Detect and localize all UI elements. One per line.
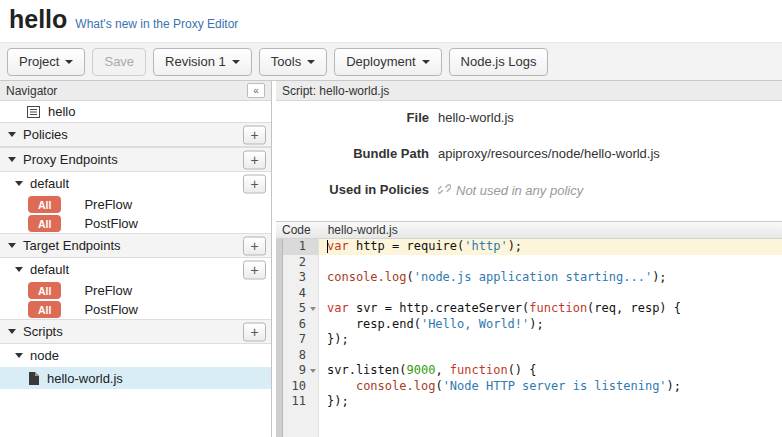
deployment-button-label: Deployment xyxy=(346,54,415,69)
code-line[interactable]: console.log('Node HTTP server is listeni… xyxy=(319,379,782,395)
line-number: 2 xyxy=(283,255,318,271)
add-button[interactable]: + xyxy=(243,322,266,341)
caret-down-icon xyxy=(307,60,315,64)
file-label: File xyxy=(276,110,429,125)
navigator-tree: helloPolicies+Proxy Endpoints+default+Al… xyxy=(0,101,271,389)
code-filename: hello-world.js xyxy=(328,223,398,237)
nav-row-scripts[interactable]: Scripts+ xyxy=(0,319,271,344)
save-button[interactable]: Save xyxy=(92,48,146,76)
script-panel: Script: hello-world.js File hello-world.… xyxy=(276,81,782,437)
project-button[interactable]: Project xyxy=(7,48,85,76)
tree-caret-icon[interactable] xyxy=(8,157,16,162)
text-cursor xyxy=(327,240,328,253)
deployment-button[interactable]: Deployment xyxy=(334,48,441,76)
add-button[interactable]: + xyxy=(243,150,266,169)
caret-down-icon xyxy=(422,60,430,64)
detail-row-file: File hello-world.js xyxy=(276,110,782,125)
nav-row-default[interactable]: default+ xyxy=(0,172,271,195)
file-value: hello-world.js xyxy=(438,110,514,125)
nav-row-preflow[interactable]: AllPreFlow xyxy=(0,281,271,300)
detail-row-used-in-policies: Used in Policies Not used in any policy xyxy=(276,182,782,198)
editor-splitter-handle[interactable] xyxy=(276,239,283,437)
file-icon xyxy=(29,372,39,385)
caret-down-icon xyxy=(232,60,240,64)
page-title: hello xyxy=(9,5,67,34)
nav-row-label: default xyxy=(30,262,69,277)
nav-row-label: Scripts xyxy=(23,324,63,339)
main-area: Navigator « helloPolicies+Proxy Endpoint… xyxy=(0,81,782,437)
line-number: 11 xyxy=(283,394,318,410)
tree-caret-icon[interactable] xyxy=(15,181,23,186)
revision-button-label: Revision 1 xyxy=(165,54,226,69)
fold-toggle-icon[interactable] xyxy=(310,369,316,373)
nav-row-label: hello-world.js xyxy=(47,371,123,386)
nodejs-logs-button[interactable]: Node.js Logs xyxy=(449,48,549,76)
code-tab-label: Code xyxy=(282,223,311,237)
code-line[interactable]: }); xyxy=(319,394,782,410)
revision-button[interactable]: Revision 1 xyxy=(153,48,252,76)
code-header: Code hello-world.js xyxy=(276,221,782,239)
tree-caret-icon[interactable] xyxy=(8,132,16,137)
nav-row-label: PreFlow xyxy=(84,197,132,212)
line-number: 8 xyxy=(283,348,318,364)
nav-row-label: hello xyxy=(48,104,75,119)
nav-row-label: PreFlow xyxy=(84,283,132,298)
line-number: 10 xyxy=(283,379,318,395)
code-line[interactable]: }); xyxy=(319,332,782,348)
nodejs-logs-button-label: Node.js Logs xyxy=(461,54,537,69)
nav-row-policies[interactable]: Policies+ xyxy=(0,122,271,147)
flow-badge: All xyxy=(28,215,61,232)
script-details: File hello-world.js Bundle Path apiproxy… xyxy=(276,101,782,221)
code-editor[interactable]: 1234567891011 var http = require('http')… xyxy=(276,239,782,437)
used-in-policies-value: Not used in any policy xyxy=(438,182,583,198)
code-line[interactable]: svr.listen(9000, function() { xyxy=(319,363,782,379)
list-icon xyxy=(27,106,40,118)
whats-new-link[interactable]: What's new in the Proxy Editor xyxy=(75,17,238,31)
nav-row-preflow[interactable]: AllPreFlow xyxy=(0,195,271,214)
nav-row-proxy-endpoints[interactable]: Proxy Endpoints+ xyxy=(0,147,271,172)
nav-row-postflow[interactable]: AllPostFlow xyxy=(0,300,271,319)
code-line[interactable] xyxy=(319,348,782,364)
nav-row-hello[interactable]: hello xyxy=(0,101,271,122)
nav-row-hello-world-js[interactable]: hello-world.js xyxy=(0,367,271,389)
tools-button-label: Tools xyxy=(271,54,301,69)
nav-row-postflow[interactable]: AllPostFlow xyxy=(0,214,271,233)
nav-row-label: node xyxy=(30,348,59,363)
code-line[interactable] xyxy=(319,286,782,302)
tree-caret-icon[interactable] xyxy=(15,353,23,358)
code-line[interactable]: var svr = http.createServer(function(req… xyxy=(319,301,782,317)
nav-row-label: PostFlow xyxy=(84,216,137,231)
code-line[interactable]: var http = require('http'); xyxy=(319,239,782,255)
line-number: 3 xyxy=(283,270,318,286)
nav-row-label: Target Endpoints xyxy=(23,238,121,253)
add-button[interactable]: + xyxy=(243,260,266,279)
tree-caret-icon[interactable] xyxy=(8,329,16,334)
add-button[interactable]: + xyxy=(243,174,266,193)
add-button[interactable]: + xyxy=(243,125,266,144)
script-panel-title: Script: hello-world.js xyxy=(282,84,389,98)
add-button[interactable]: + xyxy=(243,236,266,255)
used-in-policies-text: Not used in any policy xyxy=(456,183,583,198)
nav-row-node[interactable]: node xyxy=(0,344,271,367)
code-line[interactable]: resp.end('Hello, World!'); xyxy=(319,317,782,333)
bundle-path-label: Bundle Path xyxy=(276,146,429,161)
script-panel-header: Script: hello-world.js xyxy=(276,81,782,101)
tools-button[interactable]: Tools xyxy=(259,48,327,76)
flow-badge: All xyxy=(28,282,61,299)
nav-row-default[interactable]: default+ xyxy=(0,258,271,281)
navigator-title: Navigator xyxy=(6,84,247,98)
line-number: 5 xyxy=(283,301,318,317)
detail-row-bundle-path: Bundle Path apiproxy/resources/node/hell… xyxy=(276,146,782,161)
code-line[interactable] xyxy=(319,255,782,271)
editor-code-area[interactable]: var http = require('http');console.log('… xyxy=(319,239,782,437)
caret-down-icon xyxy=(65,60,73,64)
code-line[interactable]: console.log('node.js application startin… xyxy=(319,270,782,286)
fold-toggle-icon[interactable] xyxy=(310,307,316,311)
collapse-navigator-button[interactable]: « xyxy=(247,83,265,98)
nav-row-label: PostFlow xyxy=(84,302,137,317)
editor-gutter: 1234567891011 xyxy=(283,239,319,437)
bundle-path-value: apiproxy/resources/node/hello-world.js xyxy=(438,146,660,161)
tree-caret-icon[interactable] xyxy=(15,267,23,272)
nav-row-target-endpoints[interactable]: Target Endpoints+ xyxy=(0,233,271,258)
tree-caret-icon[interactable] xyxy=(8,243,16,248)
